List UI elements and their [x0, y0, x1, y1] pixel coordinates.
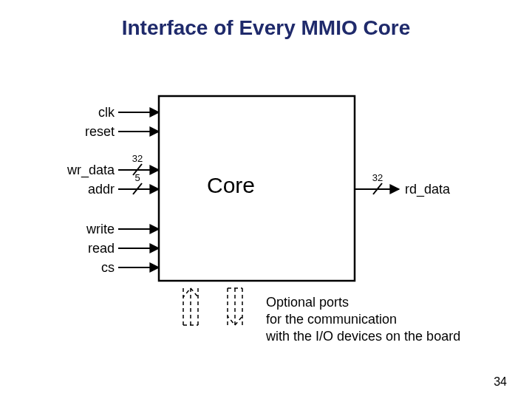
optional-ports-line2: for the communication	[266, 311, 397, 328]
core-block-label: Core	[207, 173, 255, 198]
slide: Interface of Every MMIO Core clk reset 3…	[0, 0, 532, 399]
signal-label-rd-data: rd_data	[405, 182, 451, 197]
signal-label-read: read	[88, 241, 115, 256]
bus-width-wr-data: 32	[132, 153, 143, 164]
optional-port-up	[183, 288, 198, 325]
signal-label-write: write	[86, 222, 115, 236]
page-number: 34	[494, 375, 507, 389]
signal-label-clk: clk	[98, 105, 115, 120]
optional-ports-line3: with the I/O devices on the board	[266, 328, 460, 345]
signal-label-wr-data: wr_data	[66, 163, 115, 178]
signal-label-addr: addr	[88, 182, 115, 197]
bus-width-addr: 5	[134, 172, 140, 183]
signal-label-reset: reset	[85, 124, 115, 139]
optional-port-down	[228, 288, 242, 325]
signal-label-cs: cs	[101, 260, 115, 275]
core-block	[159, 96, 355, 281]
optional-ports-line1: Optional ports	[266, 294, 349, 311]
bus-width-rd-data: 32	[372, 172, 383, 183]
